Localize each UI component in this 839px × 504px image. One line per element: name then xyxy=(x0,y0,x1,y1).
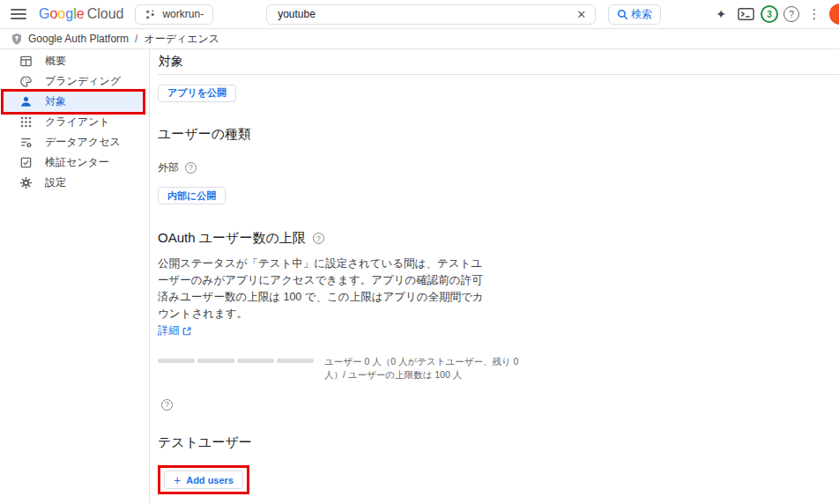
clear-search-icon[interactable]: ✕ xyxy=(575,8,588,21)
data-access-icon xyxy=(19,136,33,150)
usage-text-line1: ユーザー 0 人（0 人がテストユーザー、残り 0 xyxy=(324,355,518,368)
help-icon[interactable]: ? xyxy=(783,6,799,22)
search-box[interactable]: ✕ xyxy=(266,4,596,25)
logo-letter: G xyxy=(39,6,49,21)
progress-segment xyxy=(237,359,274,363)
details-link-label: 詳細 xyxy=(158,323,180,338)
search-button[interactable]: 検索 xyxy=(608,4,661,25)
clients-icon xyxy=(19,115,33,130)
project-icon xyxy=(145,9,156,20)
breadcrumb-current: オーディエンス xyxy=(144,32,219,47)
branding-icon xyxy=(19,75,33,89)
sidebar-nav: 概要 ブランディング 対象 クライアント デ xyxy=(0,49,150,503)
gemini-sparkle-icon[interactable]: ✦ xyxy=(711,4,731,24)
sidebar-item-label: 設定 xyxy=(45,175,66,190)
help-icon[interactable]: ? xyxy=(313,233,324,244)
breadcrumb-product[interactable]: Google Auth Platform xyxy=(28,33,129,45)
audience-icon xyxy=(19,95,33,109)
sidebar-item-clients[interactable]: クライアント xyxy=(0,112,149,132)
main-content: 対象 アプリを公開 ユーザーの種類 外部 ? 内部に公開 OAuth ユーザー数… xyxy=(150,49,839,503)
auth-platform-shield-icon xyxy=(11,33,23,46)
more-vertical-icon[interactable]: ⋮ xyxy=(805,4,824,24)
search-input[interactable] xyxy=(278,8,575,20)
progress-segment xyxy=(158,359,195,363)
project-selector[interactable]: workrun- xyxy=(135,4,213,25)
test-users-heading: テストユーザー xyxy=(158,434,839,451)
menu-icon[interactable] xyxy=(11,9,26,19)
usage-meter: ユーザー 0 人（0 人がテストユーザー、残り 0 人）/ ユーザーの上限数は … xyxy=(158,355,839,382)
help-icon[interactable]: ? xyxy=(161,399,173,411)
sidebar-item-settings[interactable]: 設定 xyxy=(0,173,149,193)
usage-text-line2: 人）/ ユーザーの上限数は 100 人 xyxy=(324,368,518,382)
logo-cloud-text: Cloud xyxy=(87,6,124,21)
settings-icon xyxy=(19,176,33,190)
page-title: 対象 xyxy=(158,49,839,75)
progress-segment xyxy=(277,359,314,363)
sidebar-item-label: 対象 xyxy=(45,94,66,109)
sidebar-item-label: クライアント xyxy=(45,115,110,130)
usage-progress-bar xyxy=(158,359,314,382)
plus-icon: + xyxy=(174,474,181,486)
sidebar-item-label: ブランディング xyxy=(45,74,121,89)
sidebar-item-label: データアクセス xyxy=(45,135,121,150)
progress-segment xyxy=(197,359,234,363)
notifications-badge[interactable]: 3 xyxy=(761,5,778,23)
topbar-actions: ✦ 3 ? ⋮ xyxy=(711,4,839,25)
details-link[interactable]: 詳細 xyxy=(158,323,191,338)
sidebar-item-label: 検証センター xyxy=(45,155,109,170)
project-name: workrun- xyxy=(162,8,204,20)
oauth-cap-heading: OAuth ユーザー数の上限 xyxy=(158,230,306,247)
sidebar-item-overview[interactable]: 概要 xyxy=(0,51,149,71)
logo-letter: e xyxy=(77,6,85,21)
overview-icon xyxy=(19,55,33,69)
account-avatar[interactable] xyxy=(829,4,839,25)
search-icon xyxy=(617,9,628,20)
annotation-box-add-users: + Add users xyxy=(158,465,249,494)
google-cloud-logo[interactable]: GoogleCloud xyxy=(39,6,123,22)
sidebar-item-audience[interactable]: 対象 xyxy=(4,92,143,112)
help-icon[interactable]: ? xyxy=(185,162,197,174)
cloud-shell-icon[interactable] xyxy=(736,4,755,24)
top-app-bar: GoogleCloud workrun- ✕ 検索 ✦ 3 ? ⋮ xyxy=(0,0,839,29)
verification-icon xyxy=(19,156,33,170)
oauth-cap-description: 公開ステータスが「テスト中」に設定されている間は、テストユーザーのみがアプリにア… xyxy=(158,256,484,322)
logo-letter: o xyxy=(57,6,65,21)
publish-app-button[interactable]: アプリを公開 xyxy=(158,85,236,102)
sidebar-item-data-access[interactable]: データアクセス xyxy=(0,132,149,152)
breadcrumb-separator: / xyxy=(134,33,138,45)
user-type-heading: ユーザーの種類 xyxy=(158,126,839,143)
external-link-icon xyxy=(182,327,191,336)
add-users-label: Add users xyxy=(186,475,234,485)
logo-letter: g xyxy=(65,6,73,21)
breadcrumb: Google Auth Platform / オーディエンス xyxy=(0,29,839,49)
annotation-box-audience: 対象 xyxy=(1,89,145,115)
search-button-label: 検索 xyxy=(631,7,652,22)
user-type-value: 外部 xyxy=(158,160,179,175)
sidebar-item-label: 概要 xyxy=(45,54,66,69)
sidebar-item-verification-center[interactable]: 検証センター xyxy=(0,152,149,173)
usage-text: ユーザー 0 人（0 人がテストユーザー、残り 0 人）/ ユーザーの上限数は … xyxy=(324,355,518,382)
add-users-button[interactable]: + Add users xyxy=(164,471,243,489)
publish-internal-button[interactable]: 内部に公開 xyxy=(158,187,226,204)
search-area: ✕ 検索 xyxy=(266,4,661,25)
